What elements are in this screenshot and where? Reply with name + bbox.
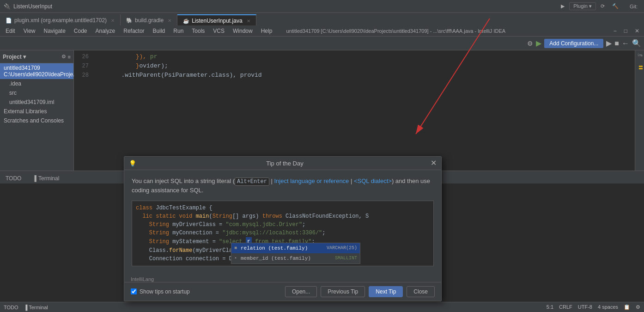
- git-label: Git:: [627, 3, 640, 10]
- toolbar-stop-btn[interactable]: ■: [614, 39, 619, 48]
- shortcut-alt-enter: Alt+Enter: [235, 177, 269, 186]
- tip-dialog-footer: Show tips on startup Open... Previous Ti…: [124, 282, 441, 301]
- tip-dialog-close-btn[interactable]: ✕: [431, 159, 437, 167]
- autocomplete-dropdown: ■ relation (test.family) VARCHAR(25) ▪ m…: [231, 243, 360, 264]
- snippet-line-1: class JdbcTestExample {: [136, 204, 430, 212]
- sql-dialect-link[interactable]: <SQL dialect>: [354, 177, 392, 184]
- build-icon[interactable]: 🔨: [609, 2, 621, 10]
- second-sidebar-header: Project ▾ ⚙ ≡: [0, 50, 73, 63]
- snippet-line-3: String myDriverClass = "com.mysql.jdbc.D…: [136, 220, 430, 229]
- show-tips-label[interactable]: Show tips on startup: [140, 288, 190, 295]
- previous-tip-button[interactable]: Previous Tip: [321, 286, 365, 297]
- tab-listen-input-label: ListenUserInput.java: [192, 18, 242, 24]
- ant-icon[interactable]: 🐜: [637, 52, 643, 57]
- todo-label: TODO: [6, 175, 21, 182]
- intellilang-label: IntelliLang: [124, 275, 441, 282]
- listen-input-icon: ☕: [183, 18, 189, 24]
- next-tip-button[interactable]: Next Tip: [369, 286, 403, 297]
- add-configuration-button[interactable]: Add Configuration...: [544, 39, 603, 48]
- sidebar-item-untitled[interactable]: untitled341709 C:\Users\dell9020\IdeaPro…: [0, 63, 73, 79]
- menu-item-code[interactable]: Code: [70, 27, 91, 35]
- ac-item-member-id[interactable]: ▪ member_id (test.family) SMALLINT: [231, 253, 360, 263]
- tip-dialog-icon: 💡: [129, 160, 136, 167]
- debug-icon[interactable]: ⟳: [598, 2, 608, 10]
- tab-plugin-xml-label: plugin.xml (org.example.untitled1702): [14, 17, 107, 24]
- menu-item-window[interactable]: Window: [229, 27, 256, 35]
- tab-plugin-xml[interactable]: 📄 plugin.xml (org.example.untitled1702) …: [0, 14, 121, 26]
- tab-listen-input[interactable]: ☕ ListenUserInput.java ✕: [177, 14, 256, 26]
- second-menu-bar: Edit View Navigate Code Analyze Refactor…: [0, 25, 644, 37]
- sidebar-item-ext-libs[interactable]: External Libraries: [0, 107, 73, 116]
- inject-language-link[interactable]: Inject language or reference: [274, 177, 349, 184]
- tab-build-gradle[interactable]: 🐘 build.gradle ✕: [121, 14, 177, 26]
- menu-item-view[interactable]: View: [20, 27, 39, 35]
- idea-label: .idea: [4, 80, 21, 87]
- sidebar-gear-icon[interactable]: ⚙: [61, 54, 66, 60]
- first-title-bar: 🔌 ListenUserInput ▶ Plugin ▾ ⟳ 🔨 Git:: [0, 0, 644, 13]
- show-tips-checkbox[interactable]: [131, 288, 137, 294]
- second-sidebar: Project ▾ ⚙ ≡ untitled341709 C:\Users\de…: [0, 50, 74, 171]
- second-code-line-26: 26 }), pr: [74, 52, 635, 61]
- tab-todo[interactable]: TODO: [0, 173, 27, 184]
- menu-item-build[interactable]: Build: [149, 27, 169, 35]
- sidebar-item-src[interactable]: src: [0, 88, 73, 98]
- sidebar-layout-icon[interactable]: ≡: [68, 54, 71, 60]
- status-position: 5:1: [547, 304, 553, 310]
- intellilang-text: IntelliLang: [131, 276, 154, 282]
- menu-item-help[interactable]: Help: [257, 27, 276, 35]
- scratches-label: Scratches and Consoles: [4, 117, 64, 124]
- tab-build-gradle-close[interactable]: ✕: [168, 18, 171, 23]
- menu-item-refactor[interactable]: Refactor: [120, 27, 148, 35]
- toolbar-search-btn[interactable]: 🔍: [632, 39, 641, 48]
- second-editor[interactable]: 26 }), pr 27 }ovider); 28 .withParent(Ps…: [74, 50, 635, 171]
- close-button[interactable]: Close: [407, 286, 435, 297]
- tab-build-gradle-label: build.gradle: [135, 17, 164, 24]
- toolbar-back-btn[interactable]: ←: [622, 39, 629, 48]
- search-everywhere-icon[interactable]: ⚙: [527, 40, 533, 47]
- tip-dialog-text: You can inject SQL into a string literal…: [132, 177, 434, 195]
- tab-plugin-xml-close[interactable]: ✕: [111, 18, 115, 23]
- footer-right: Open... Previous Tip Next Tip Close: [285, 286, 435, 297]
- maximize-btn[interactable]: □: [621, 28, 630, 34]
- ac-member-name: member_id (test.family): [241, 254, 331, 263]
- first-app-icon: 🔌: [4, 3, 11, 10]
- open-button[interactable]: Open...: [285, 286, 317, 297]
- toolbar-play-btn[interactable]: ▶: [606, 39, 612, 48]
- tip-dialog-body: You can inject SQL into a string literal…: [124, 170, 441, 275]
- terminal-icon: ▐: [32, 175, 36, 182]
- menu-item-analyze[interactable]: Analyze: [92, 27, 119, 35]
- first-window-title: ListenUserInput: [13, 3, 558, 10]
- second-code-content: 26 }), pr 27 }ovider); 28 .withParent(Ps…: [74, 50, 635, 82]
- tip-dialog-title-bar: 💡 Tip of the Day ✕: [124, 157, 441, 170]
- ac-member-type: SMALLINT: [335, 254, 357, 263]
- tip-dialog: 💡 Tip of the Day ✕ You can inject SQL in…: [124, 156, 442, 301]
- menu-item-vcs[interactable]: VCS: [209, 27, 228, 35]
- plugin-btn[interactable]: Plugin ▾: [569, 2, 596, 10]
- src-label: src: [4, 90, 17, 96]
- tip-dialog-title-label: Tip of the Day: [266, 160, 303, 167]
- run-icon[interactable]: ▶: [558, 2, 567, 10]
- sidebar-item-iml[interactable]: untitled341709.iml: [0, 98, 73, 107]
- sidebar-item-scratches[interactable]: Scratches and Consoles: [0, 116, 73, 125]
- status-bar: TODO ▐ Terminal 5:1 CRLF UTF-8 4 spaces …: [0, 302, 644, 312]
- status-terminal[interactable]: ▐ Terminal: [24, 305, 48, 310]
- sidebar-item-idea[interactable]: .idea: [0, 79, 73, 88]
- status-todo[interactable]: TODO: [4, 305, 18, 310]
- status-encoding: UTF-8: [578, 304, 592, 310]
- window-controls: − □ ✕: [611, 28, 642, 34]
- run-green-icon[interactable]: ▶: [536, 39, 541, 48]
- first-window-controls: ▶ Plugin ▾ ⟳ 🔨 Git:: [558, 2, 640, 10]
- close-window-btn[interactable]: ✕: [632, 28, 642, 34]
- ac-item-relation[interactable]: ■ relation (test.family) VARCHAR(25): [231, 243, 360, 253]
- tab-listen-input-close[interactable]: ✕: [247, 18, 250, 24]
- menu-item-run[interactable]: Run: [170, 27, 187, 35]
- project-name: untitled341709 C:\Users\dell9020\IdeaPro…: [4, 65, 78, 78]
- ac-member-icon: ▪: [234, 254, 237, 263]
- tab-terminal[interactable]: ▐ Terminal: [27, 173, 65, 184]
- minimize-btn[interactable]: −: [611, 28, 620, 34]
- second-content-area: Project ▾ ⚙ ≡ untitled341709 C:\Users\de…: [0, 50, 644, 171]
- menu-item-tools[interactable]: Tools: [188, 27, 208, 35]
- status-indent: 4 spaces: [598, 304, 618, 310]
- menu-item-edit[interactable]: Edit: [2, 27, 19, 35]
- menu-item-navigate[interactable]: Navigate: [40, 27, 69, 35]
